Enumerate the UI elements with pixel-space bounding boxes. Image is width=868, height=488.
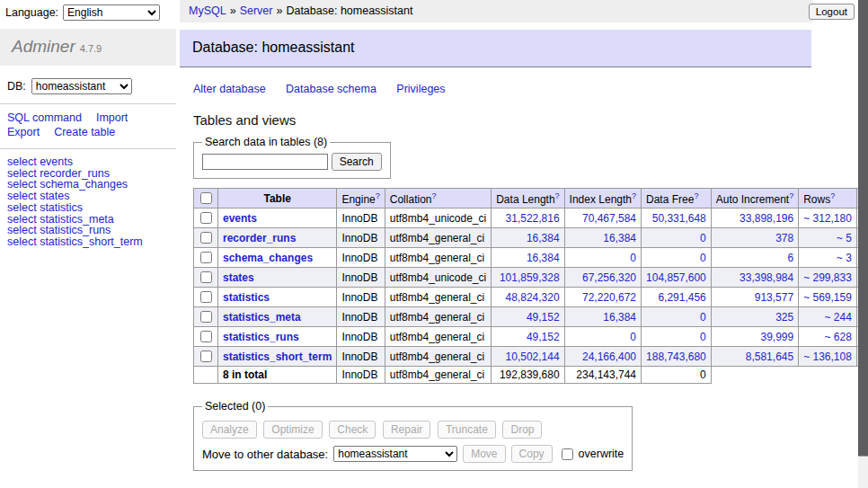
data-length-link[interactable]: 16,384	[496, 232, 559, 244]
move-button[interactable]: Move	[463, 445, 505, 463]
data-free-link[interactable]: 0	[646, 252, 706, 264]
db-select[interactable]: homeassistant	[31, 78, 132, 94]
rows-count-link[interactable]: ~ 299,833	[803, 271, 852, 284]
sidebar-item-select-events[interactable]: select events	[7, 156, 176, 168]
help-icon[interactable]: ?	[632, 191, 636, 200]
table-link[interactable]: states	[223, 271, 254, 284]
breadcrumb-link-server[interactable]: Server	[240, 4, 273, 17]
index-length-link[interactable]: 16,384	[570, 232, 636, 244]
total-label: 8 in total	[218, 367, 337, 384]
table-link[interactable]: statistics_short_term	[223, 350, 332, 363]
search-input[interactable]	[202, 154, 328, 170]
move-database-select[interactable]: homeassistant	[333, 446, 457, 462]
data-free-link[interactable]: 104,857,600	[646, 271, 706, 284]
data-length-link[interactable]: 16,384	[496, 252, 559, 264]
row-checkbox[interactable]	[200, 232, 212, 244]
row-checkbox[interactable]	[200, 252, 212, 263]
database-schema-link[interactable]: Database schema	[286, 83, 376, 95]
overwrite-label: overwrite	[579, 448, 624, 460]
help-icon[interactable]: ?	[376, 191, 380, 200]
data-length-link[interactable]: 48,824,320	[496, 291, 559, 304]
row-checkbox[interactable]	[200, 331, 212, 342]
sidebar-link-sql-command[interactable]: SQL command	[7, 111, 82, 124]
vertical-scrollbar[interactable]	[858, 0, 868, 488]
app-logo-link[interactable]: Adminer	[12, 41, 75, 55]
data-length-link[interactable]: 49,152	[496, 331, 559, 343]
data-free-link[interactable]: 6,291,456	[646, 291, 706, 304]
logout-button[interactable]: Logout	[809, 4, 855, 20]
breadcrumb-link-mysql[interactable]: MySQL	[189, 4, 226, 17]
auto-increment-link[interactable]: 33,398,984	[716, 271, 793, 284]
auto-increment-link[interactable]: 6	[716, 252, 793, 264]
overwrite-checkbox[interactable]	[562, 448, 573, 460]
total-data-free: 0	[642, 367, 712, 384]
truncate-button[interactable]: Truncate	[438, 421, 496, 439]
copy-button[interactable]: Copy	[511, 445, 553, 463]
rows-count-link[interactable]: ~ 5	[803, 232, 852, 244]
sidebar-item-select-statistics-short-term[interactable]: select statistics_short_term	[7, 236, 176, 248]
sidebar-link-create-table[interactable]: Create table	[54, 126, 115, 138]
auto-increment-link[interactable]: 33,898,196	[716, 212, 793, 225]
check-button[interactable]: Check	[329, 421, 376, 439]
help-icon[interactable]: ?	[830, 191, 835, 200]
language-select[interactable]: English	[63, 4, 160, 21]
data-length-link[interactable]: 31,522,816	[496, 212, 559, 225]
table-link[interactable]: statistics_meta	[223, 311, 301, 324]
auto-increment-link[interactable]: 39,999	[716, 331, 793, 343]
auto-increment-link[interactable]: 8,581,645	[716, 350, 793, 363]
select-all-checkbox[interactable]	[200, 192, 212, 204]
rows-count-link[interactable]: ~ 244	[803, 311, 852, 324]
sidebar-link-import[interactable]: Import	[96, 111, 128, 124]
index-length-link[interactable]: 70,467,584	[570, 212, 636, 225]
auto-increment-link[interactable]: 325	[716, 311, 793, 324]
data-length-link[interactable]: 101,859,328	[496, 271, 559, 284]
rows-count-link[interactable]: ~ 136,108	[803, 350, 852, 363]
data-free-link[interactable]: 50,331,648	[646, 212, 706, 225]
repair-button[interactable]: Repair	[383, 421, 430, 439]
data-length-link[interactable]: 49,152	[496, 311, 559, 324]
row-checkbox[interactable]	[200, 311, 212, 323]
rows-count-link[interactable]: ~ 628	[803, 331, 852, 343]
row-checkbox[interactable]	[200, 291, 212, 303]
data-free-link[interactable]: 0	[646, 331, 706, 343]
optimize-button[interactable]: Optimize	[263, 421, 322, 439]
help-icon[interactable]: ?	[694, 191, 698, 200]
help-icon[interactable]: ?	[431, 191, 436, 200]
help-icon[interactable]: ?	[789, 191, 793, 200]
auto-increment-link[interactable]: 913,577	[716, 291, 793, 304]
sidebar-link-export[interactable]: Export	[7, 126, 40, 138]
privileges-link[interactable]: Privileges	[396, 83, 445, 95]
sidebar-item-select-statistics[interactable]: select statistics	[7, 202, 176, 214]
drop-button[interactable]: Drop	[502, 421, 542, 439]
index-length-link[interactable]: 0	[570, 252, 636, 264]
search-button[interactable]: Search	[332, 153, 382, 171]
table-link[interactable]: statistics_runs	[223, 331, 299, 343]
rows-count-link[interactable]: ~ 569,159	[803, 291, 852, 304]
rows-count-link[interactable]: ~ 312,180	[803, 212, 852, 225]
analyze-button[interactable]: Analyze	[202, 421, 257, 439]
data-free-link[interactable]: 188,743,680	[646, 350, 706, 363]
data-free-link[interactable]: 0	[646, 232, 706, 244]
data-length-link[interactable]: 10,502,144	[496, 350, 559, 363]
rows-count-link[interactable]: ~ 3	[803, 252, 852, 264]
table-link[interactable]: schema_changes	[223, 252, 313, 264]
app-logo-band: Adminer4.7.9	[0, 29, 176, 66]
sidebar-item-select-states[interactable]: select states	[7, 191, 176, 202]
table-link[interactable]: events	[223, 212, 257, 225]
table-link[interactable]: statistics	[223, 291, 270, 304]
table-link[interactable]: recorder_runs	[223, 232, 296, 244]
total-data-length: 192,839,680	[492, 367, 564, 384]
row-checkbox[interactable]	[200, 350, 212, 362]
index-length-link[interactable]: 67,256,320	[570, 271, 636, 284]
help-icon[interactable]: ?	[555, 191, 560, 200]
row-checkbox[interactable]	[200, 271, 212, 283]
index-length-link[interactable]: 24,166,400	[570, 350, 636, 363]
data-free-link[interactable]: 0	[646, 311, 706, 324]
scrollbar-thumb[interactable]	[858, 0, 868, 457]
index-length-link[interactable]: 16,384	[570, 311, 636, 324]
alter-database-link[interactable]: Alter database	[193, 83, 266, 95]
auto-increment-link[interactable]: 378	[716, 232, 793, 244]
row-checkbox[interactable]	[200, 212, 212, 224]
index-length-link[interactable]: 0	[570, 331, 636, 343]
index-length-link[interactable]: 72,220,672	[570, 291, 636, 304]
